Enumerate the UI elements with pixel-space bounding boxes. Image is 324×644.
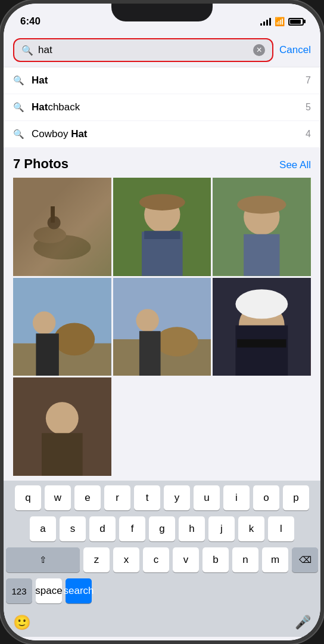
svg-point-12: [237, 196, 286, 213]
suggestion-hatchback[interactable]: 🔍 Hatchback 5: [4, 94, 320, 121]
keyboard-row-3: ⇧ z x c v b n m ⌫: [6, 547, 318, 572]
shift-key[interactable]: ⇧: [6, 547, 80, 572]
search-icon: 🔍: [21, 45, 33, 56]
delete-key[interactable]: ⌫: [292, 547, 318, 572]
photo-cell-7[interactable]: [13, 377, 111, 476]
svg-point-22: [136, 309, 158, 332]
key-p[interactable]: p: [283, 485, 309, 510]
space-key[interactable]: space: [36, 578, 62, 603]
key-j[interactable]: j: [208, 516, 235, 541]
phone-screen: 6:40 📶 🔍 hat Cancel: [4, 4, 320, 640]
search-bar[interactable]: 🔍 hat: [13, 38, 273, 62]
keyboard-row-2: a s d f g h j k l: [6, 516, 318, 541]
suggestion-hat[interactable]: 🔍 Hat 7: [4, 67, 320, 94]
key-m[interactable]: m: [262, 547, 288, 572]
photo-cell-6[interactable]: [213, 278, 311, 376]
key-i[interactable]: i: [223, 485, 250, 510]
key-f[interactable]: f: [119, 516, 145, 541]
photos-section: 7 Photos See All: [4, 148, 320, 481]
svg-rect-31: [42, 434, 83, 476]
svg-point-21: [155, 327, 198, 356]
suggestion-text-2: Hatchback: [32, 101, 306, 113]
key-e[interactable]: e: [74, 485, 101, 510]
key-x[interactable]: x: [113, 547, 139, 572]
phone-frame: 6:40 📶 🔍 hat Cancel: [0, 0, 324, 644]
key-z[interactable]: z: [83, 547, 110, 572]
key-a[interactable]: a: [30, 516, 56, 541]
key-u[interactable]: u: [194, 485, 220, 510]
photo-cell-2[interactable]: [113, 178, 211, 276]
status-time: 6:40: [20, 16, 40, 27]
suggestion-count-3: 4: [306, 129, 311, 140]
photo-cell-3[interactable]: [213, 178, 311, 276]
battery-icon: [288, 18, 304, 26]
keyboard-bottom-row: 123 space search: [6, 578, 318, 603]
suggestion-count-2: 5: [306, 102, 311, 113]
numbers-key[interactable]: 123: [6, 578, 32, 603]
home-area: [4, 637, 320, 640]
notch: [111, 4, 213, 21]
photo-cell-1[interactable]: [13, 178, 111, 276]
key-h[interactable]: h: [179, 516, 205, 541]
keyboard-row-1: q w e r t y u i o p: [6, 485, 318, 510]
photos-header: 7 Photos See All: [13, 156, 311, 172]
suggestions-list: 🔍 Hat 7 🔍 Hatchback 5 🔍 Cowboy Hat 4: [4, 67, 320, 148]
cancel-button[interactable]: Cancel: [279, 44, 311, 56]
key-s[interactable]: s: [60, 516, 86, 541]
svg-rect-13: [244, 234, 279, 276]
key-b[interactable]: b: [202, 547, 229, 572]
suggestion-count-1: 7: [306, 75, 311, 86]
suggestion-search-icon-2: 🔍: [13, 102, 24, 113]
svg-rect-0: [13, 178, 111, 276]
suggestion-search-icon-3: 🔍: [13, 129, 24, 140]
key-y[interactable]: y: [164, 485, 190, 510]
photo-cell-4[interactable]: [13, 278, 111, 376]
svg-point-26: [236, 289, 288, 318]
signal-icon: [260, 17, 271, 26]
key-v[interactable]: v: [173, 547, 199, 572]
svg-rect-9: [144, 231, 180, 239]
svg-rect-19: [113, 278, 211, 339]
key-r[interactable]: r: [104, 485, 130, 510]
keyboard: q w e r t y u i o p a s d f g h j k: [4, 481, 320, 611]
svg-point-7: [139, 194, 185, 210]
photos-title: 7 Photos: [13, 156, 68, 172]
photos-grid: [13, 178, 311, 476]
svg-point-30: [46, 402, 79, 435]
svg-rect-18: [36, 333, 58, 376]
svg-rect-4: [51, 206, 55, 222]
search-area: 🔍 hat Cancel: [4, 33, 320, 67]
key-l[interactable]: l: [268, 516, 294, 541]
status-icons: 📶: [260, 17, 304, 26]
photo-cell-5[interactable]: [113, 278, 211, 376]
search-input[interactable]: hat: [38, 44, 248, 56]
key-t[interactable]: t: [134, 485, 160, 510]
svg-rect-23: [139, 331, 161, 376]
key-w[interactable]: w: [45, 485, 71, 510]
svg-point-16: [54, 323, 95, 355]
key-q[interactable]: q: [15, 485, 41, 510]
search-key[interactable]: search: [66, 578, 92, 603]
wifi-icon: 📶: [275, 17, 285, 26]
key-k[interactable]: k: [238, 516, 264, 541]
emoji-key[interactable]: 🙂: [13, 614, 31, 631]
keyboard-emoji-row: 🙂 🎤: [4, 611, 320, 637]
svg-point-17: [33, 311, 55, 334]
svg-rect-28: [237, 339, 286, 348]
key-g[interactable]: g: [149, 516, 175, 541]
clear-button[interactable]: [253, 44, 265, 56]
suggestion-text-3: Cowboy Hat: [32, 128, 306, 140]
microphone-key[interactable]: 🎤: [295, 615, 311, 630]
suggestion-cowboy-hat[interactable]: 🔍 Cowboy Hat 4: [4, 121, 320, 148]
key-o[interactable]: o: [253, 485, 279, 510]
suggestion-search-icon-1: 🔍: [13, 75, 24, 86]
key-c[interactable]: c: [143, 547, 169, 572]
svg-point-2: [33, 227, 66, 243]
suggestion-text-1: Hat: [32, 75, 306, 86]
key-n[interactable]: n: [232, 547, 258, 572]
svg-rect-27: [236, 325, 288, 376]
key-d[interactable]: d: [89, 516, 116, 541]
see-all-button[interactable]: See All: [279, 159, 311, 171]
